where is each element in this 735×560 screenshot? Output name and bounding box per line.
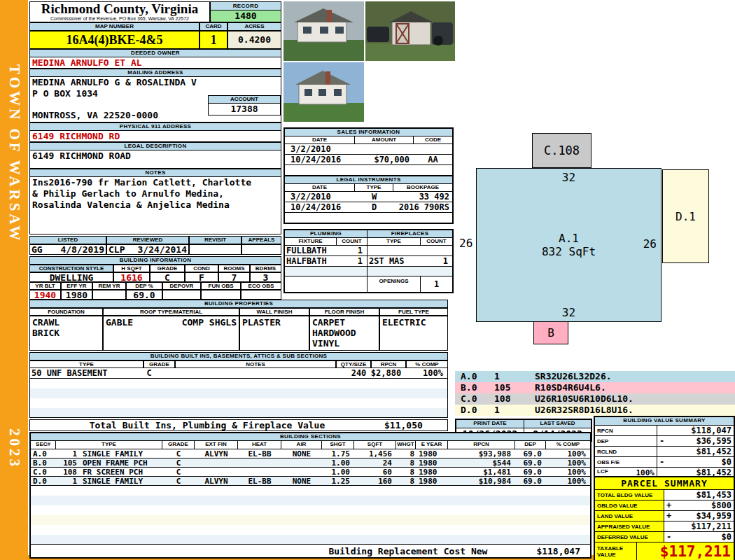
notes-line-1: Ins2016-790 fr Marion Catlett, Charlotte (30, 177, 281, 188)
bs-dep: 69.0 (515, 449, 546, 458)
sketch-section-b: B (533, 321, 568, 344)
bs-whgt: 8 (396, 468, 416, 476)
parcel-value: $800 (673, 500, 734, 510)
bs-type-num: 1 (56, 477, 77, 485)
taxable-value-amount: $117,211 (637, 543, 734, 560)
grade-label: GRADE (150, 265, 185, 272)
sketch-dim-top: 32 (477, 171, 661, 184)
legend-vector-code: R10SD4R6U4L6. (535, 382, 735, 393)
col-dep: DEP (515, 441, 546, 449)
col-comp: % COMP (546, 441, 590, 449)
physical-address-value: 6149 RICHMOND RD (29, 131, 281, 142)
sales-row: 3/2/2010 (285, 144, 452, 155)
effyr-label: EFF YR (61, 282, 92, 290)
instrument-bookpage: 2016 790RS (393, 202, 452, 212)
parcel-label: TOTAL BLDG VALUE (597, 492, 652, 498)
bs-dep: 69.0 (515, 477, 546, 485)
funobs-label: FUN OBS (201, 282, 241, 290)
instrument-date-label: DATE (285, 184, 355, 192)
bs-type-name: FR SCREEN PCH (83, 468, 143, 476)
cond-value: F (185, 272, 218, 282)
building-properties-headers: FOUNDATION ROOF TYPE/MATERIAL WALL FINIS… (29, 308, 448, 316)
fireplace-row (368, 246, 452, 256)
legend-vector-code: SR32U26L32D26. (535, 371, 735, 382)
instrument-type: W (355, 192, 393, 202)
instrument-row: 3/2/2010 W 33 492 (285, 192, 452, 202)
plumbing-panel: PLUMBING FIXTURE COUNT FULLBATH 1 HALFBA… (285, 230, 368, 292)
bs-type-name: SINGLE FAMILY (83, 449, 143, 458)
rooms-value: 7 (218, 272, 250, 282)
instrument-row: 10/24/2016 D 2016 790RS (285, 202, 452, 213)
shed-and-vehicles-photo (365, 1, 455, 61)
vs-value: $118,047 (666, 426, 734, 435)
last-saved-label: LAST SAVED (524, 420, 591, 428)
account-value: 17388 (208, 104, 281, 115)
record-box: RECORD 1480 (210, 1, 281, 22)
effyr-value: 1980 (61, 290, 92, 300)
bs-air: NONE (281, 449, 322, 458)
sales-information: SALES INFORMATION DATE AMOUNT CODE 3/2/2… (284, 127, 454, 176)
instrument-date: 10/24/2016 (285, 202, 355, 212)
plumbing-fireplaces: PLUMBING FIXTURE COUNT FULLBATH 1 HALFBA… (284, 229, 454, 293)
map-value-row: 16A4(4)BKE-4&5 1 0.4200 (29, 31, 281, 49)
fixture-name: HALFBATH (285, 256, 337, 266)
bs-eyear: 1980 (416, 449, 448, 458)
empty-row (285, 213, 452, 223)
reviewed-date: 3/24/2014 (138, 245, 187, 254)
sketch-section-c-label: C.108 (544, 144, 580, 158)
building-info-values-2: 1940 1980 69.0 (29, 290, 281, 300)
fixture-count-label: COUNT (337, 238, 367, 246)
bdrms-value: 3 (250, 272, 281, 282)
sketch-section-a-sqft: 832 SqFt (542, 245, 596, 258)
map-number-value: 16A4(4)BKE-4&5 (29, 31, 200, 49)
photo-strip (284, 1, 455, 124)
vs-op: - (657, 436, 666, 446)
physical-address-label: PHYSICAL 911 ADDRESS (29, 122, 281, 131)
instrument-bookpage: 33 492 (393, 192, 452, 202)
map-header-row: MAP NUMBER CARD ACRES (29, 22, 281, 31)
sales-code-label: CODE (414, 136, 452, 144)
fixture-label: FIXTURE (285, 238, 337, 246)
vs-value: $0 (666, 457, 734, 467)
wall-finish-value: PLASTER (239, 316, 309, 351)
construction-style-value: DWELLING (29, 272, 113, 282)
bs-dep: 69.0 (515, 458, 546, 467)
fireplace-row: 2ST MAS 1 (368, 256, 452, 267)
built-in-comp-label: % COMP (406, 360, 448, 368)
empty-row (30, 408, 447, 417)
col-heat: HEAT (238, 441, 281, 449)
empty-row (285, 267, 367, 276)
legend-num: 108 (494, 393, 535, 405)
sidebar-town-banner: TOWN OF WARSAW 2023 (0, 0, 28, 560)
listed-date: 4/8/2019 (60, 245, 104, 254)
built-in-type: 50 UNF BASEMENT (30, 368, 144, 378)
dep-label: DEP % (126, 282, 162, 290)
fireplace-count (421, 246, 452, 255)
parcel-value: $0 (673, 532, 734, 542)
parcel-value: $117,211 (673, 522, 734, 531)
sale-date: 3/2/2010 (285, 144, 355, 154)
bs-comp: 100% (546, 477, 590, 485)
col-extfin: EXT FIN (195, 441, 238, 449)
legend-num: 1 (494, 405, 535, 416)
fuel-type-label: FUEL TYPE (379, 308, 448, 316)
bs-sec: C.0 (31, 468, 56, 476)
bs-grade: C (162, 458, 195, 467)
review-value-row: GG 4/8/2019 CLP 3/24/2014 (29, 244, 281, 255)
bs-air (281, 468, 322, 476)
fixture-name: FULLBATH (285, 246, 337, 255)
town-name-vertical: TOWN OF WARSAW (6, 64, 23, 243)
construction-style-label: CONSTRUCTION STYLE (29, 265, 113, 272)
parcel-label: APPRAISED VALUE (597, 524, 650, 530)
sketch-section-a: 32 A.1 832 SqFt 32 26 (476, 168, 662, 322)
sketch-section-a-label: A.1 (559, 232, 579, 245)
sales-row: 10/24/2016 $70,000 AA (285, 155, 452, 165)
bs-comp: 100% (546, 468, 590, 476)
vs-op: - (657, 457, 666, 467)
instrument-type-label: TYPE (355, 184, 393, 192)
parcel-summary-title: PARCEL SUMMARY (595, 477, 734, 489)
openings-value: 1 (421, 279, 452, 289)
openings-label: OPENINGS (368, 276, 421, 292)
bs-whgt: 8 (396, 477, 416, 485)
legend-num: 1 (494, 371, 535, 382)
